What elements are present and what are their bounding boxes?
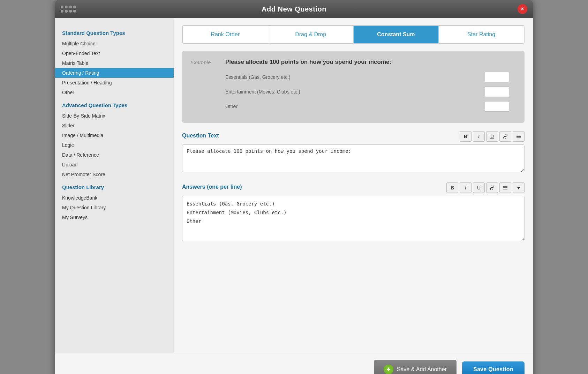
advanced-section-title: Advanced Question Types bbox=[55, 97, 174, 111]
save-add-label: Save & Add Another bbox=[397, 366, 447, 373]
svg-marker-6 bbox=[517, 187, 520, 189]
example-row-label-2: Entertainment (Movies, Clubs etc.) bbox=[225, 89, 300, 95]
italic-button-ans[interactable]: I bbox=[460, 182, 472, 193]
modal-body: Standard Question Types Multiple Choice … bbox=[55, 18, 533, 353]
question-text-header-row: Question Text B I U bbox=[182, 131, 525, 143]
answers-header-row: Answers (one per line) B I U bbox=[182, 182, 525, 194]
example-input-1[interactable] bbox=[485, 72, 509, 82]
list-button-qt[interactable] bbox=[513, 131, 525, 142]
example-row-3: Other bbox=[225, 101, 516, 112]
example-label: Example bbox=[190, 58, 218, 65]
example-question: Please allocate 100 points on how you sp… bbox=[225, 58, 516, 66]
sidebar-item-other[interactable]: Other bbox=[55, 88, 174, 97]
modal-header: Add New Question × bbox=[55, 0, 533, 18]
italic-button-qt[interactable]: I bbox=[473, 131, 485, 142]
save-question-button[interactable]: Save Question bbox=[462, 361, 525, 374]
sidebar-item-multiple-choice[interactable]: Multiple Choice bbox=[55, 39, 174, 48]
sidebar-item-upload[interactable]: Upload bbox=[55, 160, 174, 170]
example-row-label-3: Other bbox=[225, 104, 238, 109]
sidebar-item-side-by-side[interactable]: Side-By-Side Matrix bbox=[55, 111, 174, 121]
tab-rank-order[interactable]: Rank Order bbox=[183, 26, 268, 43]
example-content: Please allocate 100 points on how you sp… bbox=[225, 58, 516, 116]
example-row-1: Essentials (Gas, Grocery etc.) bbox=[225, 72, 516, 82]
sidebar-item-logic[interactable]: Logic bbox=[55, 140, 174, 150]
standard-section-title: Standard Question Types bbox=[55, 25, 174, 39]
sidebar-item-my-surveys[interactable]: My Surveys bbox=[55, 212, 174, 222]
sidebar: Standard Question Types Multiple Choice … bbox=[55, 18, 174, 353]
example-input-3[interactable] bbox=[485, 101, 509, 112]
answers-input[interactable]: Essentials (Gas, Grocery etc.) Entertain… bbox=[182, 196, 525, 241]
drag-handle bbox=[61, 6, 76, 13]
question-text-section: Question Text B I U Please allocate 100 … bbox=[182, 131, 525, 180]
answers-toolbar: B I U bbox=[446, 182, 525, 193]
bold-button-ans[interactable]: B bbox=[446, 182, 458, 193]
tab-star-rating[interactable]: Star Rating bbox=[439, 26, 524, 43]
question-text-toolbar: B I U bbox=[460, 131, 525, 142]
underline-button-qt[interactable]: U bbox=[486, 131, 498, 142]
example-box: Example Please allocate 100 points on ho… bbox=[182, 51, 525, 123]
sidebar-item-knowledgebank[interactable]: KnowledgeBank bbox=[55, 193, 174, 203]
question-text-label: Question Text bbox=[182, 133, 219, 139]
question-text-input[interactable]: Please allocate 100 points on how you sp… bbox=[182, 144, 525, 172]
sidebar-item-presentation-heading[interactable]: Presentation / Heading bbox=[55, 78, 174, 88]
underline-button-ans[interactable]: U bbox=[473, 182, 485, 193]
sidebar-item-image-multimedia[interactable]: Image / Multimedia bbox=[55, 130, 174, 140]
library-section-title: Question Library bbox=[55, 179, 174, 193]
link-button-ans[interactable] bbox=[486, 182, 498, 193]
plus-icon: + bbox=[384, 365, 393, 374]
sidebar-item-ordering-rating[interactable]: Ordering / Rating bbox=[55, 68, 174, 78]
sidebar-item-matrix-table[interactable]: Matrix Table bbox=[55, 58, 174, 68]
link-button-qt[interactable] bbox=[499, 131, 511, 142]
main-content: Rank Order Drag & Drop Constant Sum Star… bbox=[174, 18, 533, 353]
close-button[interactable]: × bbox=[518, 4, 527, 14]
sidebar-item-nps[interactable]: Net Promoter Score bbox=[55, 170, 174, 179]
list-button-ans[interactable] bbox=[499, 182, 511, 193]
tab-drag-drop[interactable]: Drag & Drop bbox=[268, 26, 354, 43]
sort-button-ans[interactable] bbox=[513, 182, 525, 193]
sidebar-item-open-ended[interactable]: Open-Ended Text bbox=[55, 48, 174, 58]
modal-title: Add New Question bbox=[262, 5, 326, 13]
sidebar-item-data-reference[interactable]: Data / Reference bbox=[55, 150, 174, 160]
answers-section: Answers (one per line) B I U bbox=[182, 182, 525, 242]
bold-button-qt[interactable]: B bbox=[460, 131, 472, 142]
modal-footer: + Save & Add Another Save Question bbox=[55, 353, 533, 374]
tab-constant-sum[interactable]: Constant Sum bbox=[354, 26, 439, 43]
sidebar-item-slider[interactable]: Slider bbox=[55, 121, 174, 130]
example-input-2[interactable] bbox=[485, 87, 509, 97]
save-add-another-button[interactable]: + Save & Add Another bbox=[374, 360, 457, 374]
example-row-2: Entertainment (Movies, Clubs etc.) bbox=[225, 87, 516, 97]
add-question-modal: Add New Question × Standard Question Typ… bbox=[55, 0, 533, 374]
tab-bar: Rank Order Drag & Drop Constant Sum Star… bbox=[182, 25, 525, 44]
answers-label: Answers (one per line) bbox=[182, 184, 242, 190]
example-row-label-1: Essentials (Gas, Grocery etc.) bbox=[225, 74, 291, 80]
sidebar-item-my-question-library[interactable]: My Question Library bbox=[55, 203, 174, 212]
